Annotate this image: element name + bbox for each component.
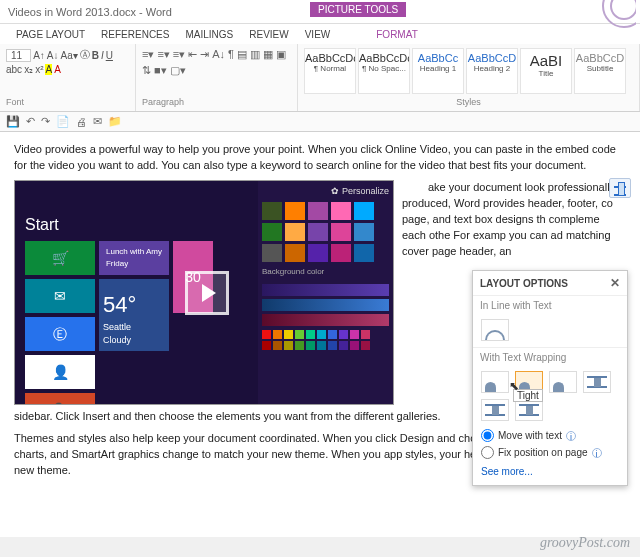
- style-normal[interactable]: AaBbCcDc¶ Normal: [304, 48, 356, 94]
- wrap-tight[interactable]: [515, 371, 543, 393]
- wrap-square[interactable]: [481, 371, 509, 393]
- underline-icon[interactable]: U: [106, 50, 113, 61]
- style-heading2[interactable]: AaBbCcDHeading 2: [466, 48, 518, 94]
- corner-decoration: [590, 0, 636, 32]
- style-title[interactable]: AaBITitle: [520, 48, 572, 94]
- qat-redo-icon[interactable]: ↷: [41, 115, 50, 128]
- tile-mail-icon: ✉: [25, 279, 95, 313]
- side-paragraph: ake your document look professionally pr…: [402, 181, 615, 257]
- align-right-icon[interactable]: ▦: [263, 48, 273, 61]
- info-icon[interactable]: i: [592, 448, 602, 458]
- font-color-icon[interactable]: A: [54, 64, 61, 75]
- multilevel-icon[interactable]: ≡▾: [173, 48, 185, 61]
- personalize-panel: ✿ Personalize Background color: [258, 181, 393, 404]
- shrink-font-icon[interactable]: A↓: [47, 50, 59, 61]
- qat-mail-icon[interactable]: ✉: [93, 115, 102, 128]
- clear-format-icon[interactable]: Ⓐ: [80, 48, 90, 62]
- accent-swatches: [262, 330, 389, 350]
- layout-options-anchor-icon[interactable]: [609, 178, 631, 198]
- body-p1: Video provides a powerful way to help yo…: [14, 142, 626, 174]
- grow-font-icon[interactable]: A↑: [33, 50, 45, 61]
- radio-fix-label: Fix position on page: [498, 447, 588, 458]
- radio-move-with-text[interactable]: [481, 429, 494, 442]
- layout-options-title: LAYOUT OPTIONS: [480, 278, 568, 289]
- window-title: Videos in Word 2013.docx - Word: [8, 6, 172, 18]
- personalize-label: ✿ Personalize: [262, 185, 389, 198]
- tab-mailings[interactable]: MAILINGS: [177, 27, 241, 42]
- align-left-icon[interactable]: ▤: [237, 48, 247, 61]
- change-case-icon[interactable]: Aa▾: [60, 50, 77, 61]
- tile-store-icon: 🛒: [25, 241, 95, 275]
- qat-undo-icon[interactable]: ↶: [26, 115, 35, 128]
- qat-save-icon[interactable]: 💾: [6, 115, 20, 128]
- tile-photo: 👤: [25, 355, 95, 389]
- qat-open-icon[interactable]: 📁: [108, 115, 122, 128]
- ribbon-body: 11 A↑ A↓ Aa▾ Ⓐ B I U abc x₂ x² A A Font …: [0, 44, 640, 112]
- tab-page-layout[interactable]: PAGE LAYOUT: [8, 27, 93, 42]
- paragraph-group-label: Paragraph: [142, 97, 291, 107]
- italic-icon[interactable]: I: [101, 50, 104, 61]
- bold-icon[interactable]: B: [92, 50, 99, 61]
- tab-format[interactable]: FORMAT: [368, 27, 425, 42]
- style-nospacing[interactable]: AaBbCcDc¶ No Spac...: [358, 48, 410, 94]
- show-marks-icon[interactable]: ¶: [228, 48, 234, 61]
- wrap-topbottom[interactable]: [583, 371, 611, 393]
- ribbon-tabs: PAGE LAYOUT REFERENCES MAILINGS REVIEW V…: [0, 24, 640, 44]
- wallpaper-swatches: [262, 202, 389, 262]
- embedded-video[interactable]: Start 🛒 Lunch with AmyFriday 30 ✉ Ⓔ 👤 🎥 …: [14, 180, 394, 405]
- shading-icon[interactable]: ■▾: [154, 64, 167, 77]
- borders-icon[interactable]: ▢▾: [170, 64, 186, 77]
- indent-icon[interactable]: ⇥: [200, 48, 209, 61]
- radio-move-label: Move with text: [498, 430, 562, 441]
- section-inline: In Line with Text: [473, 295, 627, 315]
- outdent-icon[interactable]: ⇤: [188, 48, 197, 61]
- bullets-icon[interactable]: ≡▾: [142, 48, 154, 61]
- close-icon[interactable]: ✕: [610, 276, 620, 290]
- highlight-icon[interactable]: A: [45, 64, 52, 75]
- numbering-icon[interactable]: ≡▾: [157, 48, 169, 61]
- layout-options-panel: LAYOUT OPTIONS ✕ In Line with Text With …: [472, 270, 628, 486]
- color-bars: [262, 284, 389, 326]
- wrap-through[interactable]: [549, 371, 577, 393]
- wrap-inline[interactable]: [481, 319, 509, 341]
- font-size-combo[interactable]: 11: [6, 49, 31, 62]
- play-button-icon[interactable]: [185, 271, 229, 315]
- styles-group-label: Styles: [304, 97, 633, 107]
- justify-icon[interactable]: ▣: [276, 48, 286, 61]
- see-more-link[interactable]: See more...: [473, 461, 627, 485]
- qat-print-icon[interactable]: 🖨: [76, 116, 87, 128]
- line-spacing-icon[interactable]: ⇅: [142, 64, 151, 77]
- wrap-behind[interactable]: [481, 399, 509, 421]
- bgcolor-label: Background color: [262, 266, 389, 278]
- watermark: groovyPost.com: [540, 535, 630, 551]
- tab-view[interactable]: VIEW: [297, 27, 339, 42]
- wrap-front[interactable]: [515, 399, 543, 421]
- start-label: Start: [25, 213, 59, 236]
- tile-contact: Lunch with AmyFriday: [99, 241, 169, 275]
- tab-references[interactable]: REFERENCES: [93, 27, 177, 42]
- font-group-label: Font: [6, 97, 129, 107]
- section-wrap: With Text Wrapping: [473, 347, 627, 367]
- superscript-icon[interactable]: x²: [35, 64, 43, 75]
- quick-access-toolbar: 💾 ↶ ↷ 📄 🖨 ✉ 📁: [0, 112, 640, 132]
- qat-new-icon[interactable]: 📄: [56, 115, 70, 128]
- tile-video-icon: 🎥: [25, 393, 95, 405]
- style-heading1[interactable]: AaBbCcHeading 1: [412, 48, 464, 94]
- align-center-icon[interactable]: ▥: [250, 48, 260, 61]
- tab-review[interactable]: REVIEW: [241, 27, 296, 42]
- weather-block: 54° Seattle Cloudy: [103, 289, 136, 347]
- sort-icon[interactable]: A↓: [212, 48, 225, 61]
- radio-fix-position[interactable]: [481, 446, 494, 459]
- styles-gallery[interactable]: AaBbCcDc¶ Normal AaBbCcDc¶ No Spac... Aa…: [304, 48, 633, 94]
- subscript-icon[interactable]: x₂: [24, 64, 33, 75]
- style-subtitle[interactable]: AaBbCcDSubtitle: [574, 48, 626, 94]
- tile-ie-icon: Ⓔ: [25, 317, 95, 351]
- strike-icon[interactable]: abc: [6, 64, 22, 75]
- info-icon[interactable]: i: [566, 431, 576, 441]
- context-tab-label: PICTURE TOOLS: [310, 2, 406, 17]
